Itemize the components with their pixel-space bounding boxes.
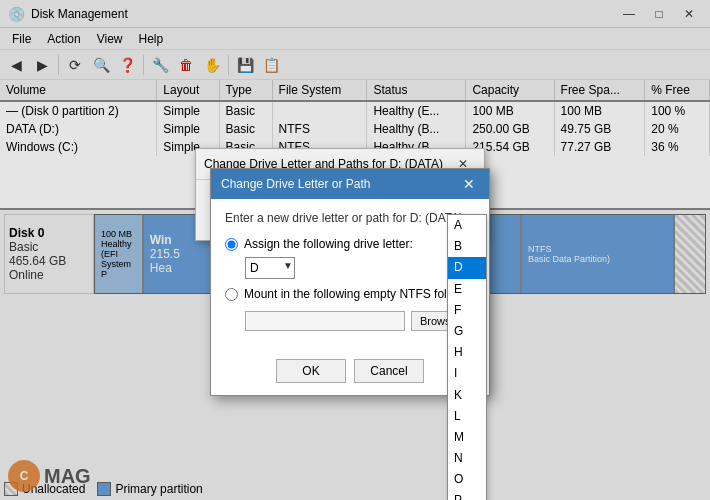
dropdown-item[interactable]: G (448, 321, 486, 342)
dropdown-item[interactable]: N (448, 448, 486, 469)
dropdown-item[interactable]: L (448, 406, 486, 427)
dropdown-item[interactable]: H (448, 342, 486, 363)
fg-dialog-close-button[interactable]: ✕ (459, 177, 479, 191)
ntfs-label: Mount in the following empty NTFS folder… (244, 287, 467, 301)
dropdown-item[interactable]: A (448, 215, 486, 236)
assign-letter-option: Assign the following drive letter: (225, 237, 475, 251)
dropdown-item[interactable]: M (448, 427, 486, 448)
dropdown-item[interactable]: P (448, 490, 486, 500)
assign-radio[interactable] (225, 238, 238, 251)
ntfs-option: Mount in the following empty NTFS folder… (225, 287, 475, 301)
drive-letter-row: D ▼ (245, 257, 475, 279)
ok-button[interactable]: OK (276, 359, 346, 383)
dropdown-item[interactable]: K (448, 385, 486, 406)
drive-select-wrapper: D ▼ (245, 257, 295, 279)
dropdown-item[interactable]: O (448, 469, 486, 490)
drive-letter-dropdown[interactable]: ABDEFGHIKLMNOPQRSTUVWXYZ (447, 214, 487, 500)
dropdown-item[interactable]: B (448, 236, 486, 257)
dropdown-item[interactable]: I (448, 363, 486, 384)
fg-dialog-title-text: Change Drive Letter or Path (221, 177, 370, 191)
dropdown-item[interactable]: F (448, 300, 486, 321)
dropdown-item[interactable]: E (448, 279, 486, 300)
ntfs-radio[interactable] (225, 288, 238, 301)
cancel-button[interactable]: Cancel (354, 359, 424, 383)
fg-dialog-title-bar: Change Drive Letter or Path ✕ (211, 169, 489, 199)
dropdown-item[interactable]: D (448, 257, 486, 278)
drive-letter-select[interactable]: D (245, 257, 295, 279)
dialog-description: Enter a new drive letter or path for D: … (225, 211, 475, 225)
ntfs-folder-input[interactable] (245, 311, 405, 331)
assign-label: Assign the following drive letter: (244, 237, 413, 251)
